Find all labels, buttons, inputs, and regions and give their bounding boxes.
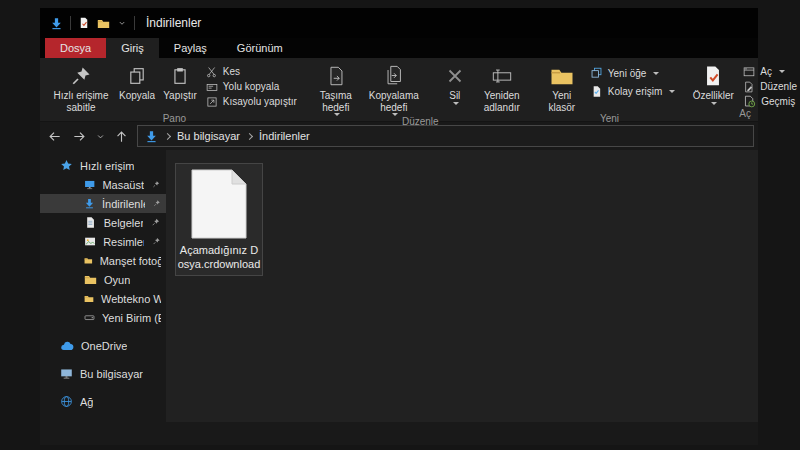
this-pc-label: Bu bilgisayar — [80, 368, 143, 380]
delete-label: Sil — [449, 90, 460, 102]
pin-icon — [152, 198, 161, 209]
navigation-pane: Hızlı erişim Masaüstü İndirilenler Belge… — [40, 150, 166, 411]
history-button[interactable]: Geçmiş — [741, 95, 799, 108]
pin-icon — [71, 66, 91, 86]
new-folder-button[interactable]: Yeni klasör — [540, 61, 584, 113]
address-breadcrumb[interactable]: Bu bilgisayar İndirilenler — [137, 125, 754, 147]
breadcrumb-this-pc[interactable]: Bu bilgisayar — [177, 130, 240, 142]
pin-icon — [150, 217, 161, 228]
quick-access-label: Hızlı erişim — [80, 160, 134, 172]
new-item-icon — [590, 67, 603, 80]
move-to-button[interactable]: Taşıma hedefi — [311, 61, 361, 116]
sidebar-item-pictures[interactable]: Resimler — [40, 232, 166, 251]
breadcrumb-downloads[interactable]: İndirilenler — [259, 130, 310, 142]
sidebar-item-onedrive[interactable]: OneDrive — [40, 336, 166, 355]
main-area: Hızlı erişim Masaüstü İndirilenler Belge… — [40, 150, 758, 444]
move-to-label: Taşıma hedefi — [314, 90, 358, 113]
paste-icon — [171, 67, 189, 85]
copy-to-button[interactable]: Kopyalama hedefi — [363, 61, 425, 116]
tab-home[interactable]: Giriş — [106, 38, 159, 58]
drive-icon — [84, 311, 95, 324]
file-item-crdownload[interactable]: Açamadığınız Dosya.crdownload — [175, 163, 263, 276]
folder-qat-icon[interactable] — [97, 17, 110, 30]
tab-file[interactable]: Dosya — [45, 38, 106, 58]
forward-button[interactable] — [67, 125, 91, 147]
pictures-label: Resimler — [103, 236, 144, 248]
history-label: Geçmiş — [761, 96, 795, 107]
tab-view[interactable]: Görünüm — [222, 38, 298, 58]
edit-button[interactable]: Düzenle — [741, 80, 799, 93]
copy-path-label: Yolu kopyala — [223, 81, 279, 92]
properties-icon — [702, 65, 724, 87]
new-item-label: Yeni öğe — [608, 68, 647, 79]
scissors-icon — [206, 66, 218, 78]
paste-shortcut-button[interactable]: Kısayolu yapıştır — [204, 95, 299, 108]
pictures-icon — [84, 235, 96, 248]
downloads-location-icon — [145, 130, 158, 143]
folder-label: Oyun — [104, 274, 130, 286]
title-bar: İndirilenler — [40, 8, 758, 38]
paste-button[interactable]: Yapıştır — [160, 61, 200, 102]
file-name: Açamadığınız Dosya.crdownload — [177, 243, 261, 272]
pin-icon — [151, 236, 161, 247]
forward-arrow-icon — [72, 129, 87, 144]
sidebar-item-network[interactable]: Ağ — [40, 392, 166, 411]
paste-shortcut-icon — [206, 96, 218, 108]
this-pc-icon — [60, 367, 73, 380]
properties-qat-icon[interactable] — [78, 17, 90, 29]
back-button[interactable] — [42, 125, 66, 147]
open-button[interactable]: Aç — [741, 65, 799, 78]
rename-button[interactable]: Yeniden adlandır — [474, 61, 530, 113]
documents-icon — [84, 216, 97, 229]
onedrive-cloud-icon — [60, 339, 74, 353]
up-button[interactable] — [109, 125, 133, 147]
address-bar-row: Bu bilgisayar İndirilenler — [40, 122, 758, 150]
cut-button[interactable]: Kes — [204, 65, 299, 78]
sidebar-item-documents[interactable]: Belgeler — [40, 213, 166, 232]
edit-label: Düzenle — [760, 81, 797, 92]
breadcrumb-chevron-icon — [164, 132, 171, 139]
sidebar-item-downloads[interactable]: İndirilenler — [40, 194, 166, 213]
file-list-pane[interactable]: Açamadığınız Dosya.crdownload — [166, 150, 758, 422]
sidebar-item-webtekno-word[interactable]: Webtekno Word — [40, 289, 166, 308]
properties-button[interactable]: Özellikler — [689, 61, 737, 105]
open-icon — [743, 66, 755, 78]
tab-share[interactable]: Paylaş — [159, 38, 222, 58]
qat-separator — [134, 16, 135, 30]
copy-to-icon — [383, 65, 405, 87]
sidebar-item-desktop[interactable]: Masaüstü — [40, 175, 166, 194]
paste-shortcut-label: Kısayolu yapıştır — [223, 96, 297, 107]
sidebar-item-manset-fotograflari[interactable]: Manşet fotoğrafları — [40, 251, 166, 270]
pin-to-quick-access-button[interactable]: Hızlı erişime sabitle — [48, 61, 114, 113]
folder-label: Webtekno Word — [101, 293, 161, 305]
copy-button[interactable]: Kopyala — [116, 61, 158, 102]
qat-chevron-down-icon[interactable] — [117, 18, 127, 28]
easy-access-button[interactable]: Kolay erişim — [588, 85, 677, 98]
up-arrow-icon — [114, 129, 129, 144]
new-folder-label: Yeni klasör — [543, 90, 581, 113]
downloads-icon — [50, 17, 63, 30]
ribbon-group-organize: Taşıma hedefi Kopyalama hedefi Sil Yenid… — [309, 59, 532, 121]
downloads-icon — [84, 197, 95, 210]
blank-document-icon — [191, 169, 247, 239]
ribbon-group-clipboard: Hızlı erişime sabitle Kopyala Yapıştır K… — [46, 59, 303, 121]
onedrive-label: OneDrive — [81, 340, 127, 352]
sidebar-item-oyun[interactable]: Oyun — [40, 270, 166, 289]
downloads-label: İndirilenler — [102, 198, 145, 210]
new-item-button[interactable]: Yeni öğe — [588, 67, 677, 80]
history-icon — [743, 95, 756, 108]
delete-button[interactable]: Sil — [438, 61, 472, 105]
recent-locations-button[interactable] — [92, 125, 108, 147]
recent-chevron-icon — [95, 131, 106, 142]
move-to-icon — [325, 65, 347, 87]
sidebar-item-quick-access[interactable]: Hızlı erişim — [40, 156, 166, 175]
paste-label: Yapıştır — [163, 90, 197, 102]
copy-path-button[interactable]: Yolu kopyala — [204, 80, 299, 93]
drive-label: Yeni Birim (E:) — [102, 312, 161, 324]
sidebar-item-drive-e[interactable]: Yeni Birim (E:) — [40, 308, 166, 327]
documents-label: Belgeler — [104, 217, 144, 229]
network-label: Ağ — [80, 396, 93, 408]
folder-icon — [84, 292, 94, 305]
easy-access-icon — [590, 85, 603, 98]
sidebar-item-this-pc[interactable]: Bu bilgisayar — [40, 364, 166, 383]
